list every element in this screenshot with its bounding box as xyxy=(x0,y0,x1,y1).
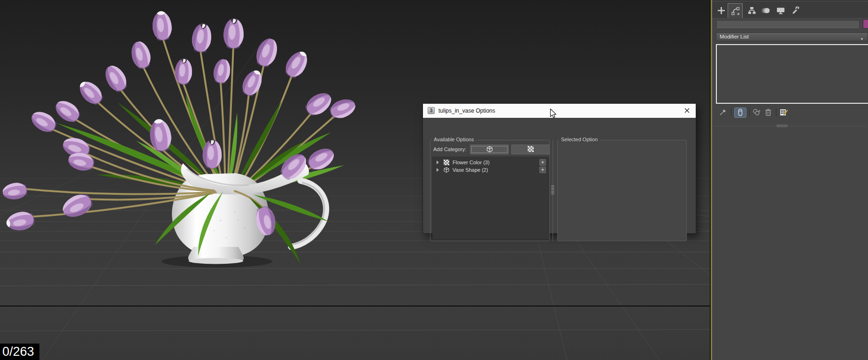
add-option-button[interactable]: + xyxy=(539,167,546,173)
material-checker-icon xyxy=(528,146,534,153)
expand-arrow-icon[interactable] xyxy=(437,161,439,164)
rollout-divider xyxy=(713,126,867,126)
modifier-stack-list[interactable] xyxy=(716,44,868,104)
wrench-icon xyxy=(792,7,800,15)
3dsmax-app-icon: 3 xyxy=(428,107,435,114)
modify-icon xyxy=(731,7,739,15)
available-options-group: Available Options Add Category: xyxy=(430,140,550,241)
close-button[interactable] xyxy=(682,106,692,115)
tab-modify[interactable] xyxy=(728,3,743,18)
plus-icon xyxy=(717,7,725,15)
dialog-titlebar[interactable]: 3 tulips_in_vase Options xyxy=(423,104,696,118)
toolbar-separator xyxy=(731,108,731,116)
tree-item-label: Vase Shape (2) xyxy=(453,166,488,174)
dialog-splitter-grip[interactable] xyxy=(551,184,554,195)
object-name-input[interactable] xyxy=(716,20,860,28)
add-category-label: Add Category: xyxy=(433,145,466,154)
chevron-down-icon: ▼ xyxy=(860,35,864,43)
dialog-body: Available Options Add Category: xyxy=(423,118,696,233)
hierarchy-icon xyxy=(748,7,756,15)
pin-stack-button[interactable] xyxy=(718,107,728,118)
geometry-cube-icon xyxy=(486,146,493,153)
tree-row-flower-color[interactable]: Flower Color (3) + xyxy=(433,159,549,166)
tree-row-vase-shape[interactable]: Vase Shape (2) + xyxy=(433,166,549,174)
configure-modifier-sets-icon xyxy=(780,108,788,117)
object-color-swatch[interactable] xyxy=(863,19,868,29)
trash-icon xyxy=(765,108,772,117)
panel-grip[interactable] xyxy=(712,0,868,3)
configure-modifier-sets-button[interactable] xyxy=(779,107,789,118)
add-material-category-button[interactable] xyxy=(511,145,550,154)
make-unique-button[interactable] xyxy=(752,107,762,118)
remove-modifier-button[interactable] xyxy=(763,107,773,118)
modifier-list-dropdown[interactable]: Modifier List ▼ xyxy=(716,32,868,41)
show-end-result-icon xyxy=(737,108,743,117)
tab-create[interactable] xyxy=(714,3,728,18)
tab-utilities[interactable] xyxy=(789,3,803,18)
tab-display[interactable] xyxy=(774,3,788,18)
geometry-cube-icon xyxy=(444,167,449,174)
available-options-label: Available Options xyxy=(432,137,476,142)
dialog-title: tulips_in_vase Options xyxy=(438,104,495,118)
close-icon xyxy=(684,108,690,114)
modifier-stack-toolbar xyxy=(712,107,868,119)
frame-counter: 0/263 xyxy=(0,344,39,360)
show-end-result-button[interactable] xyxy=(734,107,746,118)
selected-option-label: Selected Option xyxy=(559,137,599,142)
expand-arrow-icon[interactable] xyxy=(437,168,439,172)
command-panel: Modifier List ▼ xyxy=(712,0,868,360)
rollout-divider-grip[interactable] xyxy=(777,124,788,127)
material-checker-icon xyxy=(444,160,449,166)
display-icon xyxy=(776,7,785,15)
motion-icon xyxy=(761,7,770,15)
add-option-button[interactable]: + xyxy=(539,159,546,166)
options-tree[interactable]: Flower Color (3) + Vase Shape (2) + xyxy=(432,157,549,239)
object-name-row xyxy=(712,19,868,29)
toolbar-separator xyxy=(776,108,776,116)
modifier-list-label: Modifier List xyxy=(720,34,749,39)
panel-tabbar xyxy=(712,3,868,18)
add-category-row: Add Category: xyxy=(432,145,547,154)
tab-motion[interactable] xyxy=(759,3,773,18)
tab-hierarchy[interactable] xyxy=(745,3,759,18)
add-geometry-category-button[interactable] xyxy=(470,145,509,154)
options-dialog: 3 tulips_in_vase Options Available Optio… xyxy=(422,103,696,234)
make-unique-icon xyxy=(753,108,761,117)
toolbar-separator xyxy=(749,108,750,116)
tree-item-label: Flower Color (3) xyxy=(453,159,490,166)
mouse-cursor xyxy=(550,108,557,119)
pin-stack-icon xyxy=(719,108,727,117)
3dsmax-window: 0/263 xyxy=(0,0,868,360)
selected-option-group: Selected Option xyxy=(557,140,687,241)
